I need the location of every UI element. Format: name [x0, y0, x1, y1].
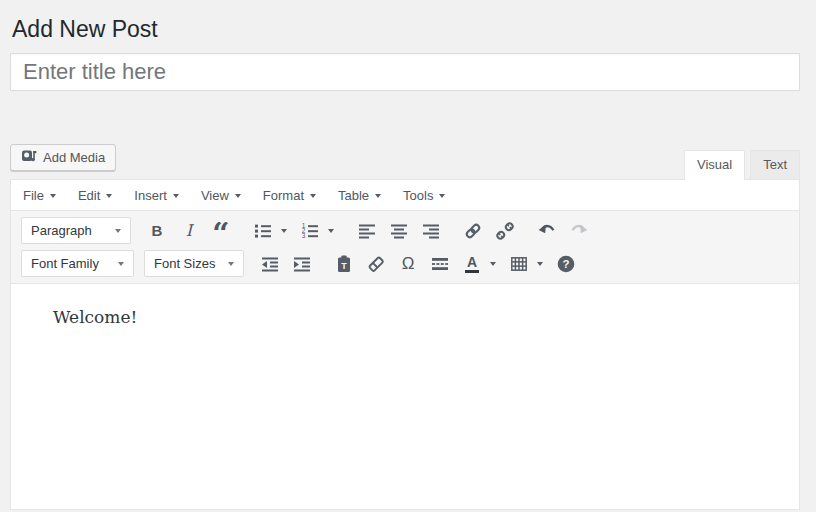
menu-view-label: View	[201, 188, 229, 203]
align-left-button[interactable]	[354, 217, 380, 244]
toolbar: Paragraph B I “	[11, 210, 799, 284]
text-color-icon: A	[465, 255, 479, 273]
chevron-down-icon	[310, 194, 316, 198]
undo-icon	[537, 221, 557, 241]
svg-text:?: ?	[562, 258, 569, 270]
chevron-down-icon	[228, 262, 234, 266]
add-media-button[interactable]: Add Media	[10, 144, 116, 171]
outdent-icon	[260, 254, 280, 274]
link-icon	[463, 221, 483, 241]
svg-text:3: 3	[302, 232, 306, 239]
menu-file[interactable]: File	[15, 183, 64, 208]
paragraph-format-select[interactable]: Paragraph	[21, 217, 131, 244]
font-sizes-select[interactable]: Font Sizes	[144, 250, 244, 277]
horizontal-rule-button[interactable]	[427, 250, 453, 277]
chevron-down-icon	[173, 194, 179, 198]
menu-format-label: Format	[263, 188, 304, 203]
undo-button[interactable]	[534, 217, 560, 244]
paste-as-text-button[interactable]: T	[331, 250, 357, 277]
font-family-select[interactable]: Font Family	[21, 250, 134, 277]
editor-paragraph: Welcome!	[53, 307, 789, 327]
page-title: Add New Post	[10, 0, 800, 44]
menu-insert[interactable]: Insert	[126, 183, 187, 208]
help-button[interactable]: ?	[553, 250, 579, 277]
indent-button[interactable]	[289, 250, 315, 277]
italic-icon: I	[186, 221, 192, 240]
numbered-list-button[interactable]: 1 2 3	[297, 217, 323, 244]
align-right-icon	[421, 221, 441, 241]
align-right-button[interactable]	[418, 217, 444, 244]
post-title-input[interactable]	[10, 53, 800, 91]
editor-tools: Add Media Visual Text	[10, 144, 800, 179]
menu-tools-label: Tools	[403, 188, 433, 203]
clear-formatting-button[interactable]	[363, 250, 389, 277]
horizontal-rule-icon	[430, 254, 450, 274]
table-button[interactable]	[506, 250, 532, 277]
bold-button[interactable]: B	[144, 217, 170, 244]
menu-format[interactable]: Format	[255, 183, 324, 208]
tab-visual[interactable]: Visual	[684, 150, 745, 180]
chevron-down-icon	[490, 262, 496, 266]
blockquote-button[interactable]: “	[208, 217, 234, 244]
menu-edit-label: Edit	[78, 188, 100, 203]
editor-mode-tabs: Visual Text	[679, 150, 800, 179]
menu-insert-label: Insert	[134, 188, 167, 203]
chevron-down-icon	[439, 194, 445, 198]
italic-button[interactable]: I	[176, 217, 202, 244]
blockquote-icon: “	[212, 222, 229, 239]
font-sizes-value: Font Sizes	[154, 256, 215, 271]
redo-button[interactable]	[566, 217, 592, 244]
text-color-button[interactable]: A	[459, 250, 485, 277]
indent-icon	[292, 254, 312, 274]
admin-page: Add New Post Add Media Visual Text Fil	[0, 0, 816, 510]
menu-file-label: File	[23, 188, 44, 203]
paragraph-format-value: Paragraph	[31, 223, 92, 238]
bullet-list-icon	[253, 221, 273, 241]
chevron-down-icon	[328, 229, 334, 233]
outdent-button[interactable]	[257, 250, 283, 277]
chevron-down-icon	[50, 194, 56, 198]
remove-link-button[interactable]	[492, 217, 518, 244]
help-icon: ?	[556, 254, 576, 274]
editor-container: File Edit Insert View Format Table	[10, 179, 800, 510]
chevron-down-icon	[537, 262, 543, 266]
bullet-list-button[interactable]	[250, 217, 276, 244]
numbered-list-icon: 1 2 3	[300, 221, 320, 241]
chevron-down-icon	[235, 194, 241, 198]
toolbar-row-1: Paragraph B I “	[21, 214, 789, 247]
table-options-button[interactable]	[533, 250, 546, 277]
chevron-down-icon	[106, 194, 112, 198]
special-character-icon: Ω	[402, 254, 415, 274]
align-center-button[interactable]	[386, 217, 412, 244]
editor-content-area[interactable]: Welcome!	[11, 284, 799, 510]
menu-view[interactable]: View	[193, 183, 249, 208]
font-family-value: Font Family	[31, 256, 99, 271]
media-icon	[21, 148, 37, 167]
chevron-down-icon	[281, 229, 287, 233]
tab-text[interactable]: Text	[750, 150, 800, 179]
svg-text:T: T	[341, 260, 347, 270]
align-left-icon	[357, 221, 377, 241]
menu-edit[interactable]: Edit	[70, 183, 120, 208]
menubar: File Edit Insert View Format Table	[11, 180, 799, 210]
chevron-down-icon	[118, 262, 124, 266]
redo-icon	[569, 221, 589, 241]
numbered-list-options-button[interactable]	[324, 217, 337, 244]
table-icon	[509, 254, 529, 274]
toolbar-row-2: Font Family Font Sizes	[21, 247, 789, 280]
add-media-label: Add Media	[43, 150, 105, 165]
chevron-down-icon	[375, 194, 381, 198]
special-character-button[interactable]: Ω	[395, 250, 421, 277]
bullet-list-options-button[interactable]	[277, 217, 290, 244]
menu-table-label: Table	[338, 188, 369, 203]
chevron-down-icon	[115, 229, 121, 233]
text-color-options-button[interactable]	[486, 250, 499, 277]
insert-link-button[interactable]	[460, 217, 486, 244]
bold-icon: B	[152, 222, 163, 239]
menu-tools[interactable]: Tools	[395, 183, 453, 208]
paste-as-text-icon: T	[334, 254, 354, 274]
eraser-icon	[366, 254, 386, 274]
menu-table[interactable]: Table	[330, 183, 389, 208]
unlink-icon	[495, 221, 515, 241]
align-center-icon	[389, 221, 409, 241]
